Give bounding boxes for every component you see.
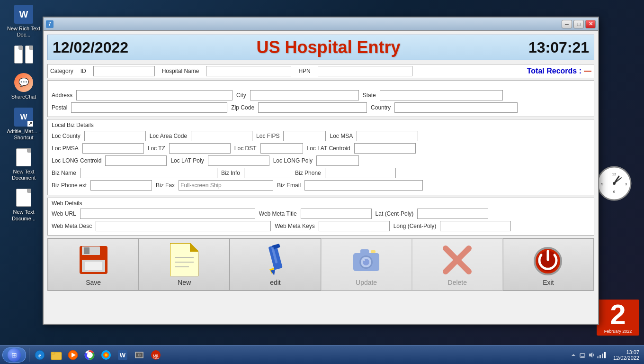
desktop-icon-new-text-1[interactable]: New Text Document — [5, 148, 43, 181]
app-window: 7 ─ □ ✕ 12/02/2022 US Hospital Entry — [43, 17, 599, 325]
loc-county-input[interactable] — [84, 131, 146, 141]
total-records-container: Total Records : — — [527, 67, 591, 75]
taskbar-clock: 13:07 12/02/2022 — [611, 349, 642, 361]
web-meta-title-label: Web Meta Title — [259, 210, 297, 217]
taskbar-word-icon[interactable]: W — [115, 347, 130, 363]
country-label: Country — [371, 104, 391, 111]
word-icon: W — [14, 5, 33, 24]
desktop-icon-rich-text[interactable]: W New Rich Text Doc... — [5, 5, 43, 38]
new-text-label-1: New Text Document — [5, 169, 43, 181]
svg-rect-60 — [602, 354, 603, 358]
save-button[interactable]: Save — [48, 238, 139, 291]
taskbar-media-icon[interactable] — [65, 347, 80, 363]
city-input[interactable] — [250, 90, 359, 100]
taskbar-right: 13:07 12/02/2022 — [567, 349, 642, 361]
postal-input[interactable] — [71, 102, 227, 113]
update-button[interactable]: Update — [321, 238, 412, 291]
biz-phone-input[interactable] — [325, 168, 396, 178]
state-input[interactable] — [380, 90, 503, 100]
update-icon — [350, 243, 383, 276]
taskbar-sep-1 — [29, 348, 29, 362]
biz-email-input[interactable] — [304, 180, 423, 191]
taskbar-drive-icon[interactable] — [132, 347, 147, 363]
exit-icon — [532, 243, 565, 276]
biz-phone-ext-input[interactable] — [90, 180, 152, 191]
save-label: Save — [86, 279, 101, 286]
hospital-name-label: Hospital Name — [162, 68, 199, 74]
desktop: W New Rich Text Doc... 💬 ShareChat W Adt… — [0, 0, 644, 364]
close-button[interactable]: ✕ — [585, 20, 596, 28]
new-button[interactable]: New — [139, 238, 230, 291]
address-input[interactable] — [76, 90, 233, 100]
svg-rect-37 — [51, 352, 55, 354]
speaker-icon — [588, 351, 595, 359]
long-cent-poly-label: Long (Cent-Poly) — [394, 223, 437, 229]
exit-button[interactable]: Exit — [503, 238, 594, 291]
title-bar-controls: ─ □ ✕ — [562, 20, 596, 28]
biz-section: Local Biz Details Loc County Loc Area Co… — [47, 119, 594, 195]
loc-pmsa-input[interactable] — [82, 143, 144, 154]
biz-info-input[interactable] — [244, 168, 291, 178]
address-label: Address — [52, 92, 72, 99]
loc-fips-label: Loc FIPS — [256, 133, 279, 139]
update-label: Update — [356, 279, 377, 286]
delete-button[interactable]: Delete — [412, 238, 503, 291]
long-cent-poly-input[interactable] — [440, 221, 511, 231]
minimize-button[interactable]: ─ — [562, 20, 572, 28]
edit-button[interactable]: edit — [230, 238, 321, 291]
taskbar-chrome-icon[interactable] — [82, 347, 97, 363]
loc-msa-input[interactable] — [357, 131, 418, 141]
loc-long-centroid-input[interactable] — [105, 155, 167, 166]
lat-cent-poly-input[interactable] — [417, 209, 488, 219]
desktop-icon-adtitle[interactable]: W Adtitle_Mat... - Shortcut — [5, 108, 43, 141]
taskbar-firefox-icon[interactable] — [98, 347, 114, 363]
svg-rect-12 — [85, 262, 102, 270]
start-button[interactable]: ⊞ — [2, 347, 26, 363]
maximize-button[interactable]: □ — [573, 20, 584, 28]
desktop-icon-sharechat[interactable]: 💬 ShareChat — [5, 73, 43, 100]
desktop-icon-new-text-2[interactable]: New Text Docume... — [5, 188, 43, 221]
loc-lat-centroid-input[interactable] — [354, 143, 416, 154]
loc-area-code-input[interactable] — [191, 131, 252, 141]
biz-fax-label: Biz Fax — [156, 182, 175, 189]
biz-fax-input[interactable] — [179, 180, 273, 191]
calendar-month: February 2022 — [598, 329, 638, 335]
start-orb: ⊞ — [8, 348, 21, 362]
id-input[interactable] — [93, 66, 155, 76]
svg-point-50 — [139, 355, 140, 355]
taskbar-folder-icon[interactable] — [49, 347, 64, 363]
country-input[interactable] — [394, 102, 518, 113]
svg-rect-28 — [360, 249, 369, 254]
taskbar-app-icon[interactable]: US DATA — [148, 347, 163, 363]
loc-tz-input[interactable] — [169, 143, 231, 154]
clock-svg: 12 6 9 3 — [597, 166, 632, 201]
category-label: Category — [50, 68, 73, 74]
loc-tz-label: Loc TZ — [148, 145, 165, 152]
svg-marker-54 — [572, 354, 575, 356]
hpn-label: HPN — [298, 68, 310, 74]
loc-fips-input[interactable] — [283, 131, 326, 141]
zipcode-input[interactable] — [258, 102, 367, 113]
web-meta-keys-input[interactable] — [319, 221, 390, 231]
biz-email-label: Biz Email — [277, 182, 301, 189]
web-meta-desc-label: Web Meta Desc — [52, 223, 92, 229]
loc-dst-input[interactable] — [260, 143, 303, 154]
hpn-input[interactable] — [318, 66, 412, 76]
biz-name-label: Biz Name — [52, 170, 76, 176]
app-title: US Hospital Entry — [257, 37, 401, 57]
hospital-name-input[interactable] — [206, 66, 291, 76]
taskbar-ie-icon[interactable]: e — [32, 347, 47, 363]
loc-pmsa-label: Loc PMSA — [52, 145, 79, 152]
loc-long-poly-input[interactable] — [316, 155, 359, 166]
desktop-icons-container: W New Rich Text Doc... 💬 ShareChat W Adt… — [0, 0, 47, 234]
biz-row-2: Loc PMSA Loc TZ Loc DST Loc LAT Centroid — [52, 143, 590, 154]
web-meta-title-input[interactable] — [301, 209, 372, 219]
category-section: Category ID Hospital Name HPN Total Reco… — [47, 64, 594, 78]
desktop-icon-doc1[interactable] — [5, 45, 43, 66]
web-meta-desc-input[interactable] — [96, 221, 271, 231]
biz-name-input[interactable] — [80, 168, 217, 178]
loc-lat-poly-label: Loc LAT Poly — [170, 157, 204, 164]
loc-lat-poly-input[interactable] — [208, 155, 269, 166]
web-url-input[interactable] — [80, 209, 255, 219]
svg-point-27 — [363, 259, 365, 261]
